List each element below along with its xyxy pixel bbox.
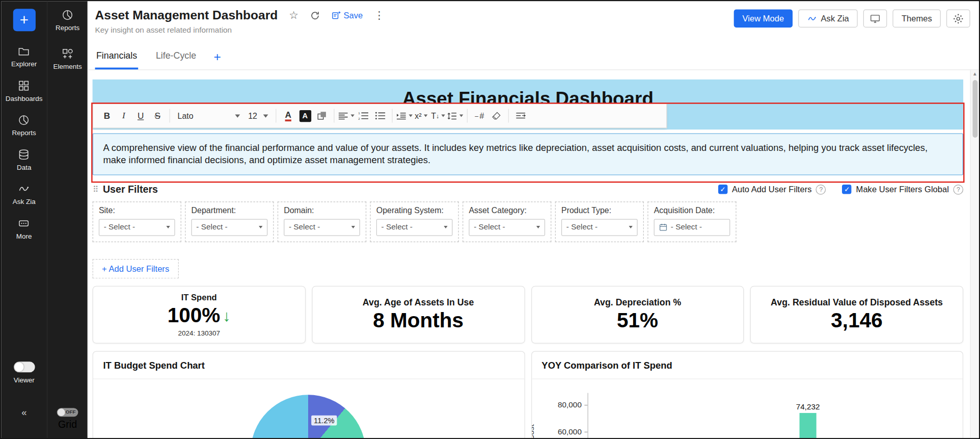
sidebar-item-dashboards[interactable]: Dashboards (6, 80, 43, 102)
viewer-toggle[interactable] (13, 361, 35, 372)
viewer-label: Viewer (14, 376, 35, 384)
clear-format-button[interactable] (488, 108, 504, 124)
indent-select[interactable] (396, 108, 413, 124)
italic-button[interactable]: I (116, 108, 132, 124)
sidebar-item-data[interactable]: Data (17, 148, 32, 171)
domain-select[interactable]: - Select - (284, 219, 360, 236)
site-select[interactable]: - Select - (99, 219, 175, 236)
themes-button[interactable]: Themes (893, 9, 941, 28)
y-axis-line (587, 393, 588, 438)
acquisition-date-select[interactable]: - Select - (654, 219, 730, 236)
page-subtitle: Key insight on asset related information (95, 25, 385, 34)
script-select[interactable]: x² (413, 108, 429, 124)
drag-handle-icon[interactable]: ⠿ (93, 185, 98, 194)
presentation-mode-button[interactable] (863, 9, 887, 28)
help-icon[interactable]: ? (816, 184, 826, 194)
elements-icon (61, 47, 74, 60)
sidebar-item-explorer[interactable]: Explorer (11, 45, 37, 67)
filter-department: Department: - Select - (185, 201, 274, 242)
kpi-row: IT Spend 100% ↓ 2024: 130307 Avg. Age of… (93, 286, 963, 343)
add-tab-button[interactable]: + (213, 50, 221, 69)
user-filters-section: ⠿ User Filters ✓ Auto Add User Filters ?… (93, 184, 963, 278)
filter-product-type: Product Type: - Select - (555, 201, 644, 242)
kpi-avg-residual-value: Avg. Residual Value of Disposed Assets 3… (750, 286, 963, 343)
help-icon[interactable]: ? (953, 184, 963, 194)
chevron-down-icon (350, 115, 354, 117)
scrollbar-thumb[interactable] (972, 80, 977, 138)
sidebar-item-ask-zia[interactable]: Ask Zia (13, 183, 36, 205)
numbered-list-icon: 12 (358, 111, 369, 120)
grid-toggle[interactable]: OFF (57, 408, 78, 417)
bold-button[interactable]: B (99, 108, 115, 124)
pie-slice-label: 11.2% (311, 415, 337, 425)
fill-color-button[interactable] (314, 108, 330, 124)
collapse-sidebar-icon[interactable]: « (1, 407, 47, 418)
font-size-select[interactable]: 12 (244, 108, 272, 124)
settings-button[interactable] (946, 9, 970, 28)
sidebar-item-label: Reports (12, 129, 36, 137)
toggle-knob (58, 408, 65, 416)
sidebar-item-label: More (16, 232, 32, 240)
svg-text:2: 2 (358, 117, 360, 120)
folder-icon (18, 45, 31, 58)
favorite-star-icon[interactable]: ☆ (289, 9, 298, 22)
strikethrough-button[interactable]: S (149, 108, 166, 124)
align-select[interactable] (338, 108, 355, 124)
monitor-icon (869, 13, 881, 24)
calendar-icon (659, 223, 667, 231)
add-user-filters-button[interactable]: + Add User Filters (93, 259, 179, 278)
chevron-down-icon (259, 226, 262, 228)
bar-chart: Cost 80,000 60,000 74,232 (532, 379, 963, 438)
header: Asset Management Dashboard ☆ Save ⋮ Key … (88, 1, 979, 41)
text-direction-select[interactable]: T↓ (430, 108, 446, 124)
pie-graphic (251, 395, 366, 438)
sidebar-item-reports[interactable]: Reports (12, 114, 36, 136)
department-select[interactable]: - Select - (192, 219, 268, 236)
operating-system-select[interactable]: - Select - (376, 219, 453, 236)
kpi-avg-depreciation: Avg. Depreciation % 51% (531, 286, 744, 343)
save-button[interactable]: Save (331, 10, 363, 20)
asset-category-select[interactable]: - Select - (469, 219, 545, 236)
font-family-select[interactable]: Lato (174, 108, 243, 124)
description-editor[interactable]: A comprehensive view of the financial pe… (93, 133, 963, 175)
toolbar-divider (276, 109, 276, 123)
pie-chart-icon (18, 114, 31, 126)
app-window: + Explorer Dashboards Reports Data Ask Z… (0, 0, 980, 439)
view-mode-button[interactable]: View Mode (733, 9, 793, 28)
numbered-list-button[interactable]: 12 (355, 108, 371, 124)
hash-format-button[interactable]: ‒# (471, 108, 487, 124)
sidebar-item-more[interactable]: More (16, 217, 32, 240)
main-area: Asset Management Dashboard ☆ Save ⋮ Key … (88, 1, 979, 438)
dashboard-canvas: Asset Financials Dashboard B I U S Lato … (88, 70, 979, 438)
panel-item-label: Reports (56, 24, 79, 32)
toolbar-divider (170, 109, 170, 123)
bullet-list-icon (375, 111, 386, 120)
scroll-up-arrow-icon[interactable]: ▲ (971, 70, 979, 79)
highlight-color-button[interactable]: A (297, 108, 313, 124)
checkbox-checked-icon[interactable]: ✓ (718, 185, 727, 194)
chevron-down-icon (263, 114, 268, 117)
tab-financials[interactable]: Financials (95, 50, 139, 69)
tab-life-cycle[interactable]: Life-Cycle (154, 50, 197, 69)
vertical-scrollbar[interactable]: ▲ (970, 70, 979, 438)
chevron-down-icon (536, 226, 540, 228)
checkbox-checked-icon[interactable]: ✓ (842, 185, 852, 194)
line-spacing-select[interactable] (447, 108, 463, 124)
underline-button[interactable]: U (132, 108, 149, 124)
ask-zia-button[interactable]: Ask Zia (798, 9, 858, 28)
create-new-button[interactable]: + (13, 9, 35, 31)
panel-item-reports[interactable]: Reports (56, 9, 79, 31)
wrap-text-button[interactable] (512, 108, 529, 124)
refresh-icon[interactable] (310, 10, 320, 20)
panel-item-label: Elements (53, 63, 81, 70)
y-axis-label: Cost (531, 424, 535, 438)
panel-item-elements[interactable]: Elements (53, 47, 81, 70)
text-color-button[interactable]: A (280, 108, 296, 124)
make-user-filters-global-option: ✓ Make User Filters Global ? (842, 184, 964, 194)
bullet-list-button[interactable] (372, 108, 388, 124)
sidebar-item-label: Ask Zia (13, 198, 36, 205)
grid-label: Grid (58, 419, 77, 430)
database-icon (18, 148, 31, 161)
more-options-kebab-icon[interactable]: ⋮ (374, 9, 385, 22)
product-type-select[interactable]: - Select - (561, 219, 638, 236)
